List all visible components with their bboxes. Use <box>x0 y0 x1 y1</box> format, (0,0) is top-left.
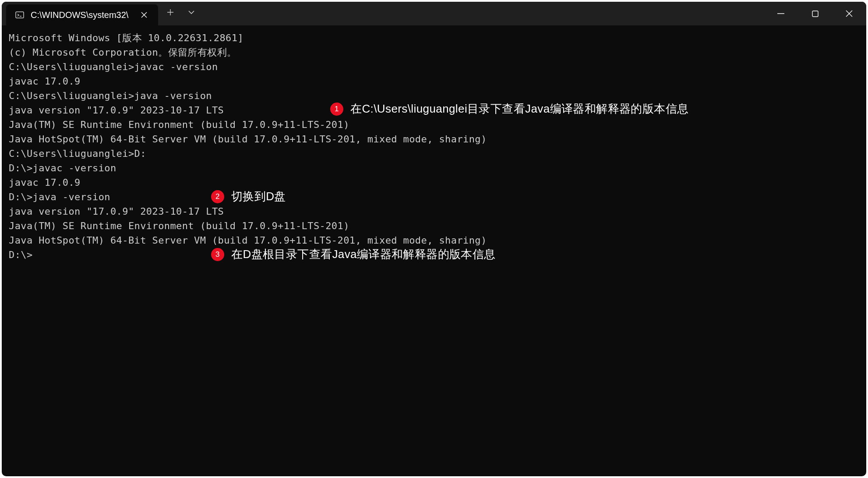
terminal-icon <box>15 10 25 20</box>
titlebar-actions <box>160 2 202 25</box>
annotation-3: 3 在D盘根目录下查看Java编译器和解释器的版本信息 <box>207 245 500 263</box>
terminal-output[interactable]: Microsoft Windows [版本 10.0.22631.2861] (… <box>2 25 866 476</box>
terminal-line: java version "17.0.9" 2023-10-17 LTS <box>9 204 859 219</box>
terminal-window: C:\WINDOWS\system32\ <box>2 2 866 476</box>
terminal-line: Microsoft Windows [版本 10.0.22631.2861] <box>9 31 859 45</box>
svg-rect-0 <box>16 12 24 18</box>
annotation-2: 2 切换到D盘 <box>207 188 290 205</box>
terminal-line: Java(TM) SE Runtime Environment (build 1… <box>9 117 859 132</box>
annotation-text: 在D盘根目录下查看Java编译器和解释器的版本信息 <box>231 247 496 262</box>
terminal-line: javac 17.0.9 <box>9 175 859 190</box>
tab-close-button[interactable] <box>138 9 150 21</box>
svg-rect-7 <box>812 11 818 17</box>
terminal-line: D:\>javac -version <box>9 161 859 175</box>
minimize-button[interactable] <box>764 2 798 25</box>
annotation-text: 在C:\Users\liuguanglei目录下查看Java编译器和解释器的版本… <box>350 102 688 116</box>
dropdown-button[interactable] <box>181 4 202 21</box>
annotation-badge: 2 <box>211 190 224 203</box>
titlebar[interactable]: C:\WINDOWS\system32\ <box>2 2 866 25</box>
close-button[interactable] <box>832 2 866 25</box>
terminal-line: D:\>java -version <box>9 190 859 204</box>
window-controls <box>764 2 866 25</box>
annotation-text: 切换到D盘 <box>231 189 286 204</box>
tab-active[interactable]: C:\WINDOWS\system32\ <box>6 4 158 25</box>
terminal-line: javac 17.0.9 <box>9 74 859 89</box>
terminal-line: Java(TM) SE Runtime Environment (build 1… <box>9 219 859 233</box>
annotation-1: 1 在C:\Users\liuguanglei目录下查看Java编译器和解释器的… <box>326 100 693 118</box>
new-tab-button[interactable] <box>160 4 181 21</box>
terminal-line: C:\Users\liuguanglei>javac -version <box>9 60 859 74</box>
terminal-line: C:\Users\liuguanglei>D: <box>9 146 859 161</box>
tab-title: C:\WINDOWS\system32\ <box>31 10 128 20</box>
terminal-line: (c) Microsoft Corporation。保留所有权利。 <box>9 45 859 60</box>
maximize-button[interactable] <box>798 2 832 25</box>
terminal-line: Java HotSpot(TM) 64-Bit Server VM (build… <box>9 132 859 146</box>
annotation-badge: 3 <box>211 248 224 261</box>
annotation-badge: 1 <box>330 103 343 116</box>
